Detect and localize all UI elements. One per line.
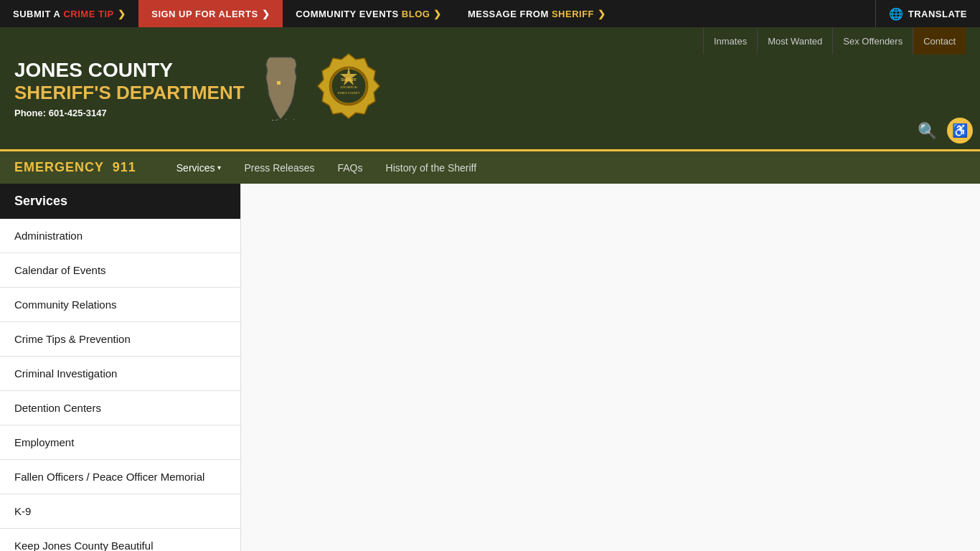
signup-label: SIGN UP FOR ALERTS <box>151 9 258 19</box>
globe-icon: 🌐 <box>889 7 904 21</box>
arrow2: ❯ <box>262 9 270 19</box>
contact-link[interactable]: Contact <box>913 27 966 55</box>
phone-line: Phone: 601-425-3147 <box>14 108 245 119</box>
mississippi-map: Mississippi <box>259 56 302 121</box>
sidebar-item-keep-beautiful[interactable]: Keep Jones County Beautiful <box>0 529 240 551</box>
svg-text:Mississippi: Mississippi <box>272 118 302 121</box>
translate-link[interactable]: 🌐 Translate <box>875 0 980 27</box>
sidebar-item-k9[interactable]: K-9 <box>0 494 240 529</box>
sidebar-item-calendar[interactable]: Calendar of Events <box>0 253 240 288</box>
nav-press-releases[interactable]: Press Releases <box>232 151 326 185</box>
community-label: Community Events <box>296 9 399 19</box>
signup-alerts-link[interactable]: SIGN UP FOR ALERTS❯ <box>138 0 283 27</box>
svg-text:JOE BERLIN: JOE BERLIN <box>340 85 357 89</box>
sheriff-label: SHERIFF <box>552 9 594 19</box>
sidebar-item-employment[interactable]: Employment <box>0 425 240 460</box>
svg-text:JONES COUNTY: JONES COUNTY <box>337 91 360 95</box>
accessibility-button[interactable]: ♿ <box>947 118 973 143</box>
county-name: JONES COUNTY <box>14 58 245 83</box>
blog-label: BLOG <box>402 9 430 19</box>
phone-label: Phone: <box>14 108 46 118</box>
chevron-down-icon: ▾ <box>217 164 221 171</box>
sidebar-item-fallen-officers[interactable]: Fallen Officers / Peace Officer Memorial <box>0 460 240 494</box>
search-icon: 🔍 <box>918 122 937 140</box>
header-right: Inmates Most Wanted Sex Offenders Contac… <box>703 27 966 55</box>
sex-offenders-link[interactable]: Sex Offenders <box>832 27 913 55</box>
main-content: Services Administration Calendar of Even… <box>0 184 980 551</box>
emergency-number: 911 <box>113 160 136 174</box>
svg-rect-0 <box>277 81 281 85</box>
sidebar-item-criminal-investigation[interactable]: Criminal Investigation <box>0 357 240 391</box>
inmates-link[interactable]: Inmates <box>703 27 757 55</box>
site-header: JONES COUNTY SHERIFF'S DEPARTMENT Phone:… <box>0 27 980 149</box>
community-events-link[interactable]: Community Events BLOG❯ <box>283 0 455 27</box>
content-area <box>241 184 980 551</box>
logo-area: JONES COUNTY SHERIFF'S DEPARTMENT Phone:… <box>14 52 381 124</box>
message-sheriff-link[interactable]: Message From SHERIFF❯ <box>455 0 619 27</box>
phone-number: 601-425-3147 <box>49 108 107 118</box>
message-label: Message From <box>468 9 549 19</box>
logo-text: JONES COUNTY SHERIFF'S DEPARTMENT Phone:… <box>14 58 245 118</box>
nav-services-label: Services <box>176 162 215 174</box>
sidebar-item-community[interactable]: Community Relations <box>0 288 240 322</box>
nav-faqs-label: FAQs <box>338 162 363 174</box>
crime-tip-label: CRIME TIP <box>63 9 113 19</box>
main-nav: EMERGENCY 911 Services ▾ Press Releases … <box>0 149 980 184</box>
nav-services[interactable]: Services ▾ <box>165 151 233 185</box>
dept-name: SHERIFF'S DEPARTMENT <box>14 82 245 104</box>
accessibility-icon: ♿ <box>952 123 968 138</box>
top-bar: SUBMIT A CRIME TIP❯ SIGN UP FOR ALERTS❯ … <box>0 0 980 27</box>
nav-press-releases-label: Press Releases <box>244 162 314 174</box>
nav-history[interactable]: History of the Sheriff <box>374 151 489 185</box>
search-button[interactable]: 🔍 <box>918 122 937 141</box>
sidebar-item-administration[interactable]: Administration <box>0 219 240 253</box>
sidebar-item-crime-tips[interactable]: Crime Tips & Prevention <box>0 322 240 357</box>
crime-tip-link[interactable]: SUBMIT A CRIME TIP❯ <box>0 0 138 27</box>
submit-label: SUBMIT A <box>13 9 60 19</box>
sidebar-item-detention[interactable]: Detention Centers <box>0 391 240 425</box>
nav-faqs[interactable]: FAQs <box>326 151 374 185</box>
emergency-label: EMERGENCY <box>14 160 104 174</box>
sidebar: Services Administration Calendar of Even… <box>0 184 241 551</box>
arrow3: ❯ <box>433 9 442 19</box>
emergency-text: EMERGENCY 911 <box>14 160 136 175</box>
translate-label: Translate <box>908 9 967 19</box>
nav-history-label: History of the Sheriff <box>386 162 477 174</box>
most-wanted-link[interactable]: Most Wanted <box>757 27 832 55</box>
sheriff-badge: SHERIFF JOE BERLIN JONES COUNTY <box>316 52 381 124</box>
sidebar-header: Services <box>0 184 240 219</box>
arrow1: ❯ <box>118 9 126 19</box>
top-nav-links: Inmates Most Wanted Sex Offenders Contac… <box>703 27 966 55</box>
arrow4: ❯ <box>598 9 606 19</box>
